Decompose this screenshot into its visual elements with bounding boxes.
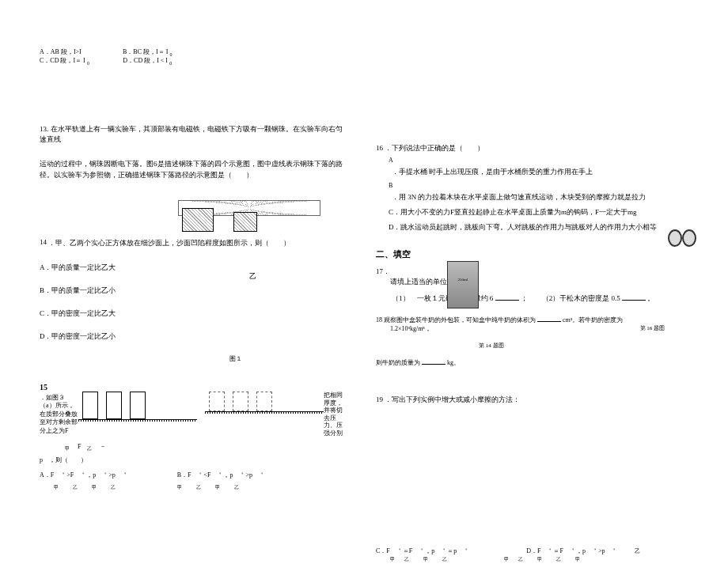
blank-2[interactable]	[622, 293, 646, 301]
box-b3	[256, 392, 272, 411]
cap-14: 第 14 题图	[479, 342, 504, 349]
handcuff-image	[668, 229, 696, 248]
fig1-caption: 图１	[229, 354, 344, 363]
q14-opt-a: A．甲的质量一定比乙大	[40, 263, 344, 273]
q14-opt-d: D．甲的密度一定比乙小	[40, 331, 344, 342]
q17-line1: （1） 一枚１元硬币的质量约 6 ； （2）干松木的密度是 0.5 。	[392, 293, 712, 304]
q14-num: 14	[40, 238, 47, 246]
q15-text3: 把相同厚度，并将切去压力、压强分别	[324, 392, 344, 437]
q15-formula: p ，则（ ）	[40, 456, 344, 464]
q16-opt-c: C．用大小不变的力F竖直拉起静止在水平桌面上质量为m的钩码，F一定大于mg	[389, 207, 712, 218]
box-b1	[209, 392, 225, 411]
blank-4[interactable]	[422, 358, 446, 365]
q16: 16 ．下列说法中正确的是（ ）	[376, 142, 712, 153]
cube-yi	[233, 212, 257, 232]
q15-diagram-a	[78, 392, 197, 422]
q15-text1: ．如图３（a）所示，在质部分叠放至对方剩余部分上之为F	[40, 394, 78, 435]
cuff-left	[668, 229, 682, 247]
q14-opt-c: C．甲的密度一定比乙大	[40, 308, 344, 319]
q12-options-top: A．AB 段，I>I B．BC 段，I＝ I 0 C．CD 段，I＝ I 0 D…	[40, 47, 344, 65]
q16-num: 16	[376, 144, 383, 152]
q15-diagram-b	[205, 392, 324, 414]
q15-opt-b: B．F ＇<F ＇，p ＇>p ＇	[177, 471, 265, 479]
q15-num: 15	[40, 383, 344, 392]
box-a3	[130, 392, 146, 419]
q15-opt-c: C．F ＇＝F ＇，p ＇＝p ＇	[376, 547, 469, 554]
q13: 13. 在水平轨道上有一辆实验车，其顶部装有电磁铁，电磁铁下方吸有一颗钢珠。在实…	[40, 124, 344, 145]
opt-a: A．AB 段，I>I	[40, 48, 82, 55]
q18-num: 18	[376, 316, 382, 324]
q16-opt-a: ．手提水桶 时手上出现压痕，是由于水桶所受的重力作用在手上	[392, 167, 712, 177]
cube-jia	[182, 208, 214, 232]
box-a2	[106, 392, 122, 419]
q14-diagram	[182, 208, 257, 232]
q13-num: 13.	[40, 125, 48, 133]
q18: 18 观察图中盒装牛奶的外包装，可知盒中纯牛奶的体积为 cm³。若牛奶的密度为 …	[376, 315, 712, 333]
q17-num: 17．	[376, 267, 390, 275]
q17: 17． 请填上适当的单位或数值：	[376, 267, 712, 287]
box-a1	[82, 392, 98, 419]
q15-opt-d: D．F ＇＝F ＇，p ＇>p ＇	[526, 547, 617, 554]
q19-num: 19	[376, 395, 383, 403]
q16-letter-b: B	[389, 182, 712, 189]
opt-d: D．CD 段，I < I	[123, 57, 168, 64]
box-b2	[233, 392, 248, 411]
ground-b	[205, 411, 324, 414]
opt-b: B．BC 段，I＝ I	[123, 48, 168, 55]
q16-opt-b: ．用 3N 的力拉着木块在水平桌面上做匀速直线运动，木块受到的摩擦力就是拉力	[392, 192, 712, 202]
label-yi: 乙	[249, 271, 256, 282]
q15-opt-a: A．F ＇>F ＇，p ＇>p ＇	[40, 471, 128, 479]
q13-text2: 运动的过程中，钢珠因断电下落。图6是描述钢珠下落的四个示意图，图中虚线表示钢珠下…	[40, 159, 344, 180]
q14-opt-b: B．甲的质量一定比乙小	[40, 286, 116, 296]
q19: 19 ．写出下列实例中增大或减小摩擦的方法：	[376, 395, 712, 405]
blank-3[interactable]	[537, 315, 561, 322]
q16-letter-a: A	[389, 157, 712, 164]
milk-box-image: 250ml	[447, 261, 479, 308]
q14-options: A．甲的质量一定比乙大 B．甲的质量一定比乙小 乙 C．甲的密度一定比乙大 D．…	[40, 263, 344, 342]
cap-16: 第 16 题图	[640, 324, 665, 332]
opt-c: C．CD 段，I＝ I	[40, 57, 85, 64]
q16-opt-d: D．跳水运动员起跳时，跳板向下弯。人对跳板的作用力与跳板对人的作用力大小相等	[389, 222, 712, 233]
blank-1[interactable]	[495, 293, 519, 301]
cuff-right	[682, 229, 696, 247]
q18-line2: 则牛奶的质量为 kg。	[376, 358, 712, 367]
q16-text: ．下列说法中正确的是（ ）	[385, 144, 484, 152]
section-2-title: 二、填空	[376, 248, 712, 260]
q19-text: ．写出下列实例中增大或减小摩擦的方法：	[385, 395, 520, 403]
q13-text1: 在水平轨道上有一辆实验车，其顶部装有电磁铁，电磁铁下方吸有一颗钢珠。在实验车向右…	[40, 125, 343, 143]
q14-text: ．甲、乙两个实心正方体放在细沙面上，沙面凹陷程度如图所示，则（ ）	[48, 239, 290, 247]
ground-a	[78, 419, 197, 422]
